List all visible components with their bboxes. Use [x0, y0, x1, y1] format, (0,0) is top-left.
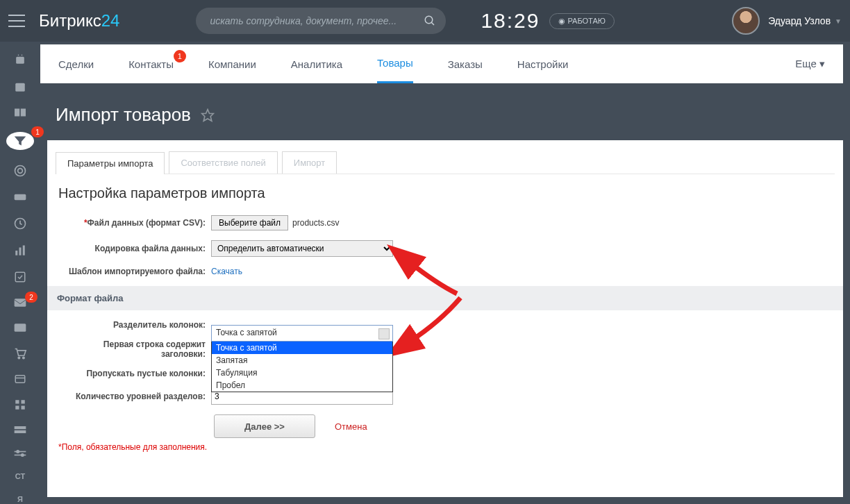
svg-rect-15 [15, 324, 26, 333]
username[interactable]: Эдуард Узлов [768, 15, 831, 26]
tab-products[interactable]: Товары [377, 44, 413, 83]
required-footnote: *Поля, обязательные для заполнения. [56, 438, 835, 452]
rail-ya[interactable]: Я [12, 495, 28, 504]
svg-rect-21 [22, 401, 25, 404]
svg-rect-23 [22, 406, 25, 410]
rail-mail-icon[interactable]: 2 [12, 297, 28, 308]
next-button[interactable]: Далее >> [214, 414, 315, 438]
svg-rect-10 [15, 251, 17, 255]
logo[interactable]: Битрикс24 [39, 11, 119, 31]
nav-more[interactable]: Еще ▾ [795, 58, 825, 70]
logo-text: Битрикс [39, 11, 101, 30]
svg-rect-24 [15, 426, 26, 429]
delimiter-option-list: Точка с запятой Запятая Табуляция Пробел [211, 342, 393, 392]
left-rail: 1 2 СТ Я [0, 42, 40, 504]
rail-book-icon[interactable] [12, 107, 28, 118]
svg-point-7 [18, 169, 23, 174]
rail-filter-active-icon[interactable]: 1 [6, 132, 34, 150]
tab-settings[interactable]: Настройки [517, 46, 569, 83]
rail-chart-icon[interactable] [12, 244, 28, 257]
svg-rect-14 [15, 299, 26, 308]
step-tab-mapping[interactable]: Соответствие полей [169, 151, 277, 174]
rail-calendar-icon[interactable] [12, 81, 28, 93]
chevron-down-icon: ▾ [819, 58, 825, 69]
search-icon[interactable] [424, 15, 436, 27]
encoding-select[interactable]: Определить автоматически [211, 240, 393, 257]
delimiter-option-semicolon[interactable]: Точка с запятой [212, 342, 392, 354]
svg-rect-2 [16, 57, 24, 64]
tab-companies[interactable]: Компании [208, 46, 256, 83]
file-format-section: Формат файла [47, 286, 843, 310]
tab-orders[interactable]: Заказы [448, 46, 483, 83]
svg-point-17 [23, 358, 24, 359]
main-menu-icon[interactable] [8, 15, 25, 27]
rail-server-icon[interactable] [12, 425, 28, 435]
rail-mail-badge: 2 [25, 292, 38, 303]
svg-rect-8 [15, 194, 26, 200]
svg-point-6 [15, 166, 26, 176]
rail-apps-icon[interactable] [12, 398, 28, 411]
search-input[interactable] [196, 8, 446, 34]
logo-suffix: 24 [101, 11, 120, 30]
step-tab-import[interactable]: Импорт [282, 151, 337, 174]
firstrow-label: Первая строка содержит заголовки: [58, 339, 211, 359]
rail-android-icon[interactable] [12, 53, 28, 67]
delimiter-select-value[interactable]: Точка с запятой [211, 325, 393, 342]
work-status[interactable]: ◉ РАБОТАЮ [549, 13, 614, 29]
rail-target-icon[interactable] [12, 164, 28, 178]
avatar[interactable] [732, 7, 760, 35]
skipempty-label: Пропускать пустые колонки: [58, 369, 211, 378]
svg-line-1 [432, 22, 435, 25]
svg-rect-12 [23, 246, 25, 255]
nav-tabs: Сделки Контакты 1 Компании Аналитика Тов… [40, 44, 843, 83]
step-tab-params[interactable]: Параметры импорта [56, 152, 165, 174]
download-template-link[interactable]: Скачать [211, 267, 242, 276]
tab-analytics[interactable]: Аналитика [291, 46, 342, 83]
svg-rect-13 [15, 273, 25, 283]
svg-rect-25 [15, 430, 26, 433]
svg-point-29 [22, 454, 24, 456]
delimiter-select[interactable]: Точка с запятой Точка с запятой Запятая … [211, 325, 393, 392]
user-menu-chevron-icon[interactable]: ▼ [835, 17, 842, 25]
delimiter-option-tab[interactable]: Табуляция [212, 367, 392, 379]
contacts-badge: 1 [174, 50, 186, 62]
svg-point-4 [22, 55, 23, 56]
section-heading: Настройка параметров импорта [58, 185, 835, 201]
levels-label: Количество уровней разделов: [58, 392, 211, 401]
svg-rect-5 [15, 83, 25, 92]
delimiter-label: Разделитель колонок: [58, 320, 211, 330]
svg-rect-22 [15, 406, 19, 410]
svg-point-3 [18, 55, 19, 56]
cancel-link[interactable]: Отмена [335, 421, 367, 432]
rail-st[interactable]: СТ [12, 472, 28, 481]
rail-drive-icon[interactable] [12, 192, 28, 203]
svg-point-28 [17, 451, 19, 453]
rail-clock-icon[interactable] [12, 217, 28, 230]
favorite-star-icon[interactable] [201, 108, 215, 122]
rail-check-icon[interactable] [12, 271, 28, 283]
rail-window-icon[interactable] [12, 373, 28, 385]
svg-rect-18 [15, 376, 25, 383]
content-panel: Параметры импорта Соответствие полей Имп… [47, 140, 843, 497]
svg-rect-20 [15, 401, 19, 404]
svg-point-16 [18, 358, 19, 359]
encoding-label: Кодировка файла данных: [58, 244, 211, 253]
tab-contacts[interactable]: Контакты 1 [128, 46, 174, 83]
chosen-file-name: products.csv [292, 218, 339, 228]
svg-rect-11 [19, 248, 22, 255]
choose-file-button[interactable]: Выберите файл [211, 215, 288, 230]
template-label: Шаблон импортируемого файла: [58, 267, 211, 276]
page-title: Импорт товаров [56, 104, 191, 126]
svg-point-0 [426, 16, 433, 24]
file-label: *Файл данных (формат CSV): [58, 218, 211, 228]
svg-marker-30 [202, 109, 214, 121]
rail-settings-icon[interactable] [12, 448, 28, 457]
clock: 18:29 [481, 9, 540, 33]
delimiter-option-space[interactable]: Пробел [212, 379, 392, 392]
delimiter-option-comma[interactable]: Запятая [212, 354, 392, 367]
tab-deals[interactable]: Сделки [58, 46, 94, 83]
rail-cart-badge: 1 [31, 126, 44, 137]
rail-crm-icon[interactable] [12, 322, 28, 333]
rail-cart-icon[interactable] [12, 347, 28, 360]
